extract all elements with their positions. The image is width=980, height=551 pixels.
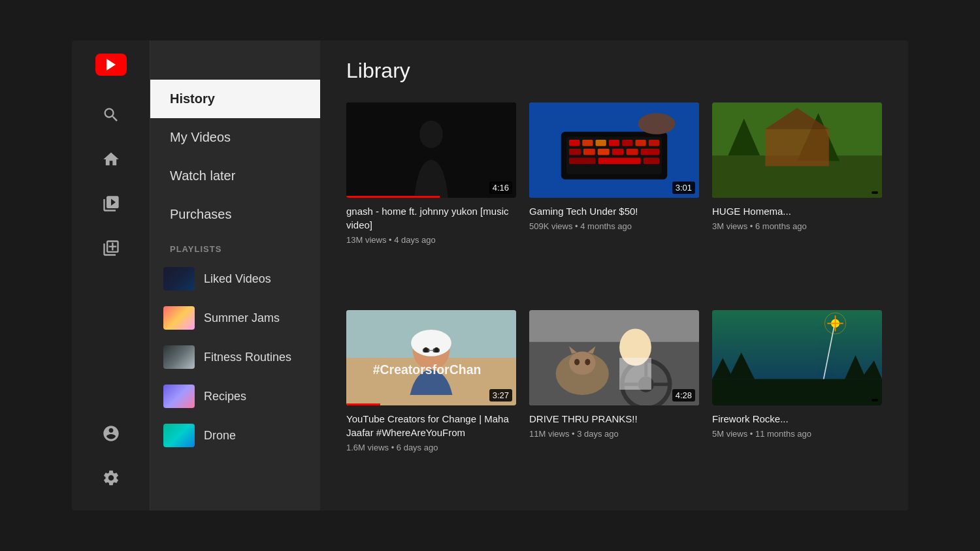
svg-point-48 [574, 358, 580, 365]
video-card-v1[interactable]: 4:16 gnash - home ft. johnny yukon [musi… [346, 102, 516, 297]
svg-text:#CreatorsforChan: #CreatorsforChan [373, 362, 482, 376]
left-nav: History My Videos Watch later Purchases … [150, 40, 320, 511]
video-meta-v4: 1.6M views • 6 days ago [346, 443, 516, 452]
video-meta-v2: 509K views • 4 months ago [529, 221, 699, 231]
svg-rect-14 [583, 149, 595, 155]
svg-rect-61 [712, 379, 882, 405]
video-meta-v6: 5M views • 11 months ago [712, 429, 882, 439]
video-title-v1: gnash - home ft. johnny yukon [music vid… [346, 204, 516, 232]
video-info-v5: DRIVE THRU PRANKS!! 11M views • 3 days a… [529, 405, 699, 441]
svg-point-22 [638, 113, 676, 134]
page-header: Library [320, 40, 908, 96]
video-info-v6: Firework Rocke... 5M views • 11 months a… [712, 405, 882, 441]
page-title: Library [346, 59, 882, 83]
nav-item-history[interactable]: History [150, 80, 320, 118]
icon-sidebar [72, 40, 150, 511]
progress-bar-v1 [346, 196, 440, 198]
svg-rect-27 [765, 129, 829, 166]
video-card-v5[interactable]: 4:28 DRIVE THRU PRANKS!! 11M views • 3 d… [529, 310, 699, 505]
video-card-v4[interactable]: #CreatorsforChan 3:27 YouTube Creators f… [346, 310, 516, 505]
video-duration-v3 [872, 191, 878, 194]
video-thumb-v1: 4:16 [346, 102, 516, 198]
svg-rect-8 [596, 140, 606, 146]
nav-icon-account[interactable] [85, 414, 137, 453]
nav-icon-subscriptions[interactable] [85, 184, 137, 223]
video-title-v5: DRIVE THRU PRANKS!! [529, 412, 699, 426]
nav-item-watch-later[interactable]: Watch later [150, 157, 320, 195]
playlist-thumb-drone [163, 424, 195, 447]
app-container: History My Videos Watch later Purchases … [72, 40, 908, 511]
svg-rect-13 [569, 149, 581, 155]
video-duration-v5: 4:28 [672, 389, 695, 401]
svg-rect-20 [598, 158, 641, 165]
playlist-item-liked[interactable]: Liked Videos [150, 259, 320, 298]
main-content: Library 4:16 gnash - home ft. j [320, 40, 908, 511]
nav-icon-home[interactable] [85, 140, 137, 179]
video-thumb-v3 [712, 102, 882, 198]
video-duration-v2: 3:01 [672, 181, 695, 194]
svg-rect-16 [612, 149, 624, 155]
video-info-v1: gnash - home ft. johnny yukon [music vid… [346, 198, 516, 247]
playlists-header: PLAYLISTS [150, 234, 320, 259]
nav-icon-settings[interactable] [85, 458, 137, 497]
nav-icon-library[interactable] [85, 228, 137, 268]
video-meta-v3: 3M views • 6 months ago [712, 221, 882, 231]
playlist-thumb-summer [163, 306, 195, 330]
youtube-logo[interactable] [95, 54, 127, 76]
svg-point-32 [411, 330, 451, 356]
playlist-thumb-fitness [163, 345, 195, 369]
video-duration-v6 [872, 399, 878, 401]
playlist-item-fitness[interactable]: Fitness Routines [150, 338, 320, 377]
video-meta-v1: 13M views • 4 days ago [346, 235, 516, 245]
svg-rect-21 [644, 158, 659, 165]
svg-rect-12 [649, 140, 659, 146]
video-title-v3: HUGE Homema... [712, 204, 882, 218]
svg-rect-11 [636, 140, 646, 146]
video-meta-v5: 11M views • 3 days ago [529, 429, 699, 439]
svg-rect-36 [433, 348, 440, 353]
video-thumb-v5: 4:28 [529, 310, 699, 405]
playlist-item-drone[interactable]: Drone [150, 416, 320, 455]
svg-rect-7 [582, 140, 593, 146]
video-thumb-v4: #CreatorsforChan 3:27 [346, 310, 516, 405]
playlist-item-summer[interactable]: Summer Jams [150, 298, 320, 338]
video-title-v6: Firework Rocke... [712, 412, 882, 426]
video-card-v6[interactable]: Firework Rocke... 5M views • 11 months a… [712, 310, 882, 505]
svg-point-49 [585, 358, 590, 365]
progress-bar-v4 [346, 403, 380, 405]
svg-rect-9 [609, 140, 619, 146]
svg-rect-35 [423, 348, 430, 353]
video-card-v2[interactable]: 3:01 Gaming Tech Under $50! 509K views •… [529, 102, 699, 297]
svg-rect-15 [598, 149, 610, 155]
svg-rect-17 [627, 149, 638, 155]
video-thumb-v6 [712, 310, 882, 405]
svg-point-47 [569, 351, 596, 375]
nav-item-my-videos[interactable]: My Videos [150, 118, 320, 157]
video-title-v2: Gaming Tech Under $50! [529, 204, 699, 218]
svg-rect-10 [622, 140, 632, 146]
video-title-v4: YouTube Creators for Change | Maha Jaafa… [346, 412, 516, 439]
video-duration-v1: 4:16 [489, 181, 512, 194]
svg-rect-18 [641, 149, 659, 155]
video-card-v3[interactable]: HUGE Homema... 3M views • 6 months ago [712, 102, 882, 297]
svg-rect-53 [619, 358, 651, 390]
playlist-thumb-recipes [163, 385, 195, 408]
video-duration-v4: 3:27 [489, 389, 512, 401]
svg-rect-19 [569, 158, 596, 165]
video-info-v4: YouTube Creators for Change | Maha Jaafa… [346, 405, 516, 455]
video-thumb-v2: 3:01 [529, 102, 699, 198]
svg-rect-6 [569, 140, 580, 146]
nav-item-purchases[interactable]: Purchases [150, 195, 320, 234]
video-info-v3: HUGE Homema... 3M views • 6 months ago [712, 198, 882, 234]
playlist-thumb-liked [163, 267, 195, 291]
nav-icon-search[interactable] [85, 95, 137, 134]
videos-grid: 4:16 gnash - home ft. johnny yukon [musi… [320, 96, 908, 511]
video-info-v2: Gaming Tech Under $50! 509K views • 4 mo… [529, 198, 699, 234]
playlist-item-recipes[interactable]: Recipes [150, 377, 320, 416]
